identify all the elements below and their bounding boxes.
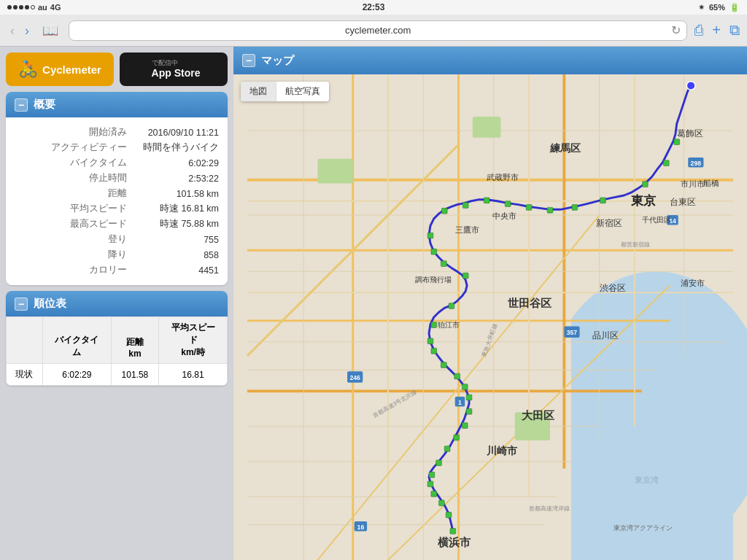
map-title: マップ: [261, 54, 294, 68]
back-button[interactable]: ‹: [7, 24, 18, 37]
svg-text:品川区: 品川区: [592, 331, 619, 340]
svg-rect-64: [454, 435, 460, 440]
svg-text:横浜市: 横浜市: [437, 536, 471, 548]
summary-row-label: バイクタイム: [70, 157, 127, 169]
svg-text:298: 298: [691, 160, 702, 167]
svg-rect-39: [674, 139, 680, 145]
svg-rect-41: [642, 182, 648, 187]
summary-row-value: 858: [131, 250, 219, 260]
svg-text:台東区: 台東区: [670, 198, 696, 206]
reload-button[interactable]: ↻: [671, 23, 681, 37]
summary-row: 降り858: [15, 247, 219, 262]
svg-rect-55: [431, 322, 437, 328]
svg-rect-59: [454, 373, 460, 379]
svg-rect-65: [444, 446, 450, 452]
leaderboard-collapse-button[interactable]: −: [15, 298, 28, 311]
forward-button[interactable]: ›: [22, 24, 32, 37]
map-collapse-button[interactable]: −: [242, 54, 255, 67]
status-bar-right: ✴ 65% 🔋: [698, 3, 740, 12]
svg-text:1: 1: [458, 399, 462, 406]
network-label: 4G: [50, 3, 61, 12]
bookmark-button[interactable]: 📖: [39, 23, 61, 39]
cyclemeter-logo[interactable]: 🚴 Cyclemeter: [6, 52, 114, 86]
leaderboard-header: − 順位表: [6, 291, 228, 316]
leaderboard-table: バイクタイム 距離km 平均スピードkm/時 現状 6:02:29 101.58…: [6, 316, 228, 386]
svg-text:調布飛行場: 調布飛行場: [415, 276, 452, 284]
svg-text:世田谷区: 世田谷区: [508, 297, 551, 309]
summary-section: − 概要 開始済み2016/09/10 11:21アクティビティー時間を伴うバイ…: [6, 92, 228, 285]
browser-nav: ‹ ›: [7, 24, 32, 37]
summary-row-label: 距離: [108, 187, 127, 200]
summary-row-value: 時間を伴うバイク: [131, 141, 219, 154]
svg-text:渋谷区: 渋谷区: [600, 284, 626, 292]
summary-row-label: 登り: [108, 233, 127, 246]
lb-col-biketime: バイクタイム: [42, 317, 111, 364]
bluetooth-icon: ✴: [698, 3, 705, 12]
svg-text:練馬区: 練馬区: [549, 142, 581, 154]
svg-rect-51: [431, 249, 437, 254]
carrier-label: au: [38, 3, 47, 12]
signal-indicator: [7, 5, 35, 9]
main-content: 🚴 Cyclemeter で配信中 App Store − 概要 開始済み201…: [0, 47, 747, 560]
svg-rect-70: [439, 500, 445, 506]
svg-rect-66: [436, 460, 442, 466]
svg-rect-50: [427, 233, 433, 238]
status-time: 22:53: [363, 2, 385, 12]
lb-col-avgspeed: 平均スピードkm/時: [159, 317, 228, 364]
svg-rect-40: [663, 160, 669, 166]
svg-rect-44: [547, 207, 553, 213]
summary-row-value: 2:53:22: [131, 174, 219, 184]
svg-text:新宿区: 新宿区: [596, 218, 622, 228]
svg-text:東京: 東京: [631, 193, 657, 208]
map-toggle-map[interactable]: 地図: [241, 82, 276, 101]
svg-rect-56: [427, 338, 433, 344]
svg-text:中央市: 中央市: [492, 211, 516, 220]
summary-row: 停止時間2:53:22: [15, 171, 219, 186]
summary-row: 平均スピード時速 16.81 km: [15, 201, 219, 217]
summary-row-value: 時速 16.81 km: [131, 203, 219, 215]
summary-row-value: 6:02:29: [131, 158, 219, 168]
svg-rect-46: [505, 201, 511, 207]
map-toggle: 地図 航空写真: [241, 82, 329, 101]
add-tab-button[interactable]: +: [712, 22, 721, 39]
summary-row-label: カロリー: [89, 264, 127, 276]
summary-row-label: 降り: [108, 249, 127, 261]
svg-text:東京湾: 東京湾: [635, 475, 659, 484]
right-panel: − マップ 地図 航空写真: [233, 47, 747, 560]
svg-point-73: [686, 82, 695, 90]
svg-rect-53: [462, 273, 468, 279]
lb-cell-avgspeed: 16.81: [159, 364, 228, 386]
url-bar[interactable]: cyclemeter.com ↻: [69, 20, 687, 41]
url-text: cyclemeter.com: [345, 25, 411, 36]
svg-text:千代田区: 千代田区: [642, 216, 671, 224]
battery-label: 65%: [709, 3, 725, 12]
left-panel: 🚴 Cyclemeter で配信中 App Store − 概要 開始済み201…: [0, 47, 233, 560]
svg-text:武蔵野市: 武蔵野市: [487, 173, 519, 182]
svg-rect-43: [572, 205, 578, 211]
summary-row-label: 開始済み: [89, 126, 127, 139]
summary-row-value: 101.58 km: [131, 189, 219, 199]
svg-text:16: 16: [357, 524, 365, 531]
appstore-logo[interactable]: で配信中 App Store: [120, 52, 228, 86]
cyclemeter-label: Cyclemeter: [42, 63, 101, 76]
browser-bar: ‹ › 📖 cyclemeter.com ↻ ⎙ + ⧉: [0, 15, 747, 47]
share-button[interactable]: ⎙: [694, 22, 703, 39]
battery-icon: 🔋: [729, 3, 740, 12]
signal-dot-1: [7, 5, 12, 9]
signal-dot-3: [19, 5, 23, 9]
appstore-top-line: で配信中: [152, 59, 201, 67]
svg-rect-61: [466, 394, 472, 400]
map-header: − マップ: [233, 47, 747, 74]
appstore-main-line: App Store: [152, 67, 201, 79]
lb-col-distance: 距離km: [111, 317, 158, 364]
summary-row-value: 755: [131, 235, 219, 245]
svg-rect-60: [462, 384, 468, 390]
map-toggle-aerial[interactable]: 航空写真: [276, 82, 329, 101]
app-logos: 🚴 Cyclemeter で配信中 App Store: [6, 52, 228, 86]
svg-rect-49: [441, 208, 447, 214]
map-svg: 246 1 357 16 298 14: [233, 74, 747, 560]
summary-row-label: 停止時間: [89, 172, 127, 184]
svg-rect-72: [450, 529, 456, 534]
summary-collapse-button[interactable]: −: [15, 98, 28, 112]
tabs-button[interactable]: ⧉: [729, 22, 740, 39]
